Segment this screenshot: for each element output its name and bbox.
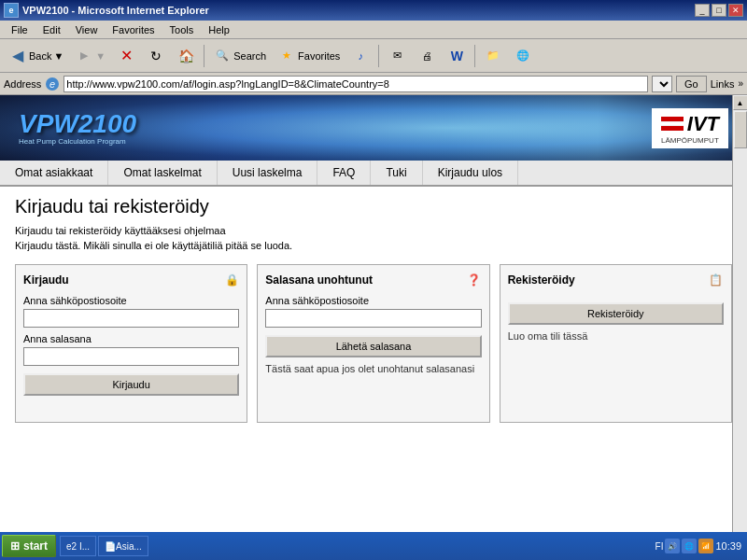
forward-icon: ▶ <box>75 47 93 65</box>
taskbar-item-2[interactable]: 📄 Asia... <box>98 536 148 556</box>
register-box: Rekisteröidy 📋 Rekisteröidy Luo oma tili… <box>500 264 732 423</box>
menu-favorites[interactable]: Favorites <box>105 22 162 37</box>
tray-icon-3: 📶 <box>698 539 713 553</box>
taskbar-item-1-label: 2 I... <box>72 541 90 552</box>
nav-kirjaudu-ulos[interactable]: Kirjaudu ulos <box>423 161 518 185</box>
taskbar-item-2-label: Asia... <box>116 541 142 552</box>
taskbar-item-2-icon: 📄 <box>105 541 116 552</box>
menu-tools[interactable]: Tools <box>162 22 202 37</box>
help-icon: ❓ <box>467 273 482 287</box>
vpw-logo-area: VPW2100 Heat Pump Calculation Program <box>19 111 136 146</box>
nav-faq[interactable]: FAQ <box>317 161 371 185</box>
taskbar-items: e 2 I... 📄 Asia... <box>60 536 148 556</box>
links-button[interactable]: Links <box>711 78 735 90</box>
ivt-flag-icon <box>661 117 684 132</box>
svg-text:e: e <box>49 78 55 90</box>
vpw-logo: VPW2100 <box>19 111 136 137</box>
forgot-email-label: Anna sähköpostiosoite <box>265 295 481 306</box>
expand-links-icon[interactable]: » <box>738 78 743 89</box>
toolbar: ◀ Back ▼ ▶ ▼ ✕ ↻ 🏠 🔍 Search ★ Favorites … <box>0 39 747 73</box>
maximize-button[interactable]: □ <box>712 4 726 17</box>
folder-button[interactable]: 📁 <box>479 43 507 69</box>
forgot-help-text: Tästä saat apua jos olet unohtanut salas… <box>265 363 481 374</box>
forgot-email-input[interactable] <box>265 309 481 328</box>
back-label: Back <box>29 50 51 62</box>
send-password-button[interactable]: Lähetä salasana <box>265 335 481 357</box>
nav-uusi-laskelma[interactable]: Uusi laskelma <box>218 161 318 185</box>
media-button[interactable]: ♪ <box>346 43 374 69</box>
favorites-icon: ★ <box>277 47 296 65</box>
network-icon: 🌐 <box>514 47 532 65</box>
login-box-title: Kirjaudu 🔒 <box>23 273 239 287</box>
password-input[interactable] <box>23 347 239 366</box>
page-desc-1: Kirjaudu tai rekisteröidy käyttääksesi o… <box>15 225 732 236</box>
search-icon: 🔍 <box>213 47 232 65</box>
title-bar-buttons[interactable]: _ □ ✕ <box>695 4 743 17</box>
forgot-password-box: Salasana unohtunut ❓ Anna sähköpostiosoi… <box>257 264 489 423</box>
close-button[interactable]: ✕ <box>728 4 743 17</box>
taskbar-item-1[interactable]: e 2 I... <box>60 536 96 556</box>
print-button[interactable]: 🖨 <box>413 43 441 69</box>
stop-button[interactable]: ✕ <box>112 43 140 69</box>
address-ie-icon: e <box>45 77 60 91</box>
windows-icon: ⊞ <box>10 539 20 553</box>
nav-omat-asiakkaat[interactable]: Omat asiakkaat <box>0 161 108 185</box>
forward-button[interactable]: ▶ ▼ <box>70 43 110 69</box>
go-button[interactable]: Go <box>676 76 707 92</box>
email-input[interactable] <box>23 309 239 328</box>
nav-tuki[interactable]: Tuki <box>371 161 422 185</box>
mail-button[interactable]: ✉ <box>383 43 411 69</box>
tray-icon-1: 🔊 <box>665 539 680 553</box>
site-header: VPW2100 Heat Pump Calculation Program <box>0 95 747 161</box>
password-label: Anna salasana <box>23 333 239 344</box>
search-button[interactable]: 🔍 Search <box>208 43 271 69</box>
taskbar-tray: FI 🔊 🌐 📶 10:39 <box>655 539 745 553</box>
title-bar-left: e VPW2100 - Microsoft Internet Explorer <box>4 3 209 18</box>
start-button[interactable]: ⊞ start <box>2 535 56 557</box>
page-content: Kirjaudu tai rekisteröidy Kirjaudu tai r… <box>0 187 747 559</box>
address-input[interactable] <box>63 76 648 92</box>
word-icon: W <box>447 47 466 65</box>
network-button[interactable]: 🌐 <box>509 43 537 69</box>
mail-icon: ✉ <box>388 47 406 65</box>
login-button[interactable]: Kirjaudu <box>23 373 239 396</box>
ivt-subtitle: LÄMPÖPUMPUT <box>661 136 719 145</box>
refresh-button[interactable]: ↻ <box>142 43 170 69</box>
toolbar-sep-1 <box>204 45 204 67</box>
page-desc-2: Kirjaudu tästä. Mikäli sinulla ei ole kä… <box>15 240 732 251</box>
nav-omat-laskelmat[interactable]: Omat laskelmat <box>108 161 217 185</box>
address-label: Address <box>4 78 41 90</box>
browser-page: VPW2100 Heat Pump Calculation Program <box>0 95 747 559</box>
menu-view[interactable]: View <box>68 22 106 37</box>
menu-bar: File Edit View Favorites Tools Help <box>0 21 747 39</box>
forward-dropdown-icon: ▼ <box>95 50 106 62</box>
register-box-title: Rekisteröidy 📋 <box>508 273 724 287</box>
toolbar-sep-3 <box>474 45 475 67</box>
menu-help[interactable]: Help <box>201 22 237 37</box>
word-button[interactable]: W <box>443 43 471 69</box>
email-label: Anna sähköpostiosoite <box>23 295 239 306</box>
tray-time: 10:39 <box>715 540 741 552</box>
content-area: VPW2100 Heat Pump Calculation Program <box>0 95 747 559</box>
home-button[interactable]: 🏠 <box>172 43 200 69</box>
minimize-button[interactable]: _ <box>695 4 710 17</box>
taskbar: ⊞ start e 2 I... 📄 Asia... FI 🔊 🌐 📶 10:3… <box>0 532 747 560</box>
ivt-logo-text: IVT <box>687 112 719 136</box>
address-dropdown[interactable] <box>652 76 672 92</box>
favorites-button[interactable]: ★ Favorites <box>273 43 345 69</box>
login-box: Kirjaudu 🔒 Anna sähköpostiosoite Anna sa… <box>15 264 247 423</box>
menu-edit[interactable]: Edit <box>35 22 68 37</box>
address-bar: Address e Go Links » <box>0 73 747 95</box>
search-label: Search <box>233 50 266 62</box>
register-button[interactable]: Rekisteröidy <box>508 302 724 325</box>
login-boxes: Kirjaudu 🔒 Anna sähköpostiosoite Anna sa… <box>15 264 732 423</box>
folder-icon: 📁 <box>484 47 502 65</box>
tray-icon-2: 🌐 <box>682 539 697 553</box>
back-button[interactable]: ◀ Back ▼ <box>4 43 68 69</box>
back-icon: ◀ <box>8 47 27 65</box>
register-desc: Luo oma tili tässä <box>508 330 724 342</box>
nav-bar: Omat asiakkaat Omat laskelmat Uusi laske… <box>0 161 747 187</box>
menu-file[interactable]: File <box>4 22 35 37</box>
scrollbar: ▲ ▼ <box>732 95 747 559</box>
back-dropdown-icon: ▼ <box>53 50 63 62</box>
